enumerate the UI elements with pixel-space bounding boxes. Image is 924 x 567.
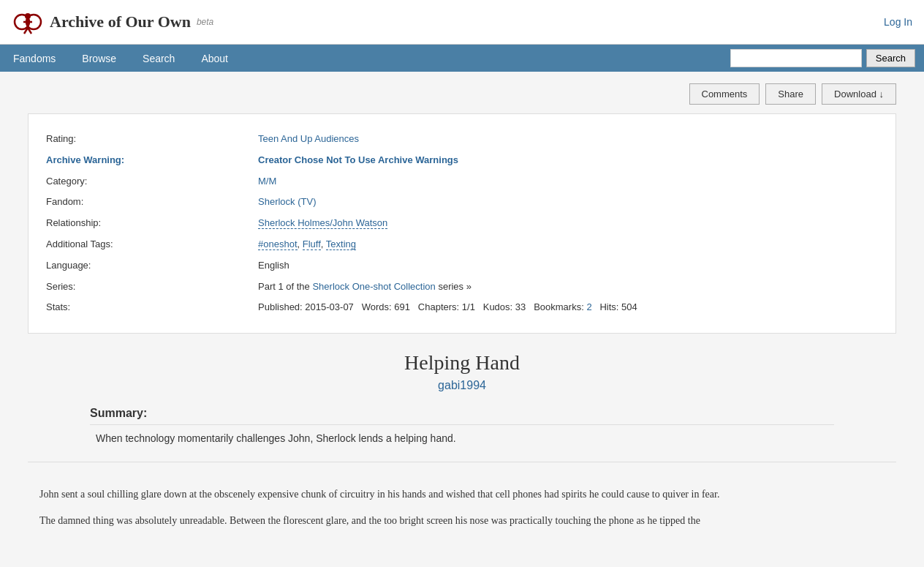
stats-label: Stats: (46, 300, 258, 315)
download-button[interactable]: Download ↓ (822, 83, 896, 105)
work-header: Helping Hand gabi1994 (28, 351, 896, 392)
chapters-label: Chapters: (418, 301, 459, 312)
published-label: Published: (258, 301, 303, 312)
warning-label: Archive Warning: (46, 153, 258, 168)
fandom-link[interactable]: Sherlock (TV) (258, 196, 316, 207)
category-value: M/M (258, 174, 878, 189)
warning-row: Archive Warning: Creator Chose Not To Us… (46, 150, 878, 171)
series-label: Series: (46, 279, 258, 295)
fandom-row: Fandom: Sherlock (TV) (46, 192, 878, 213)
chapters-value: 1/1 (462, 301, 475, 312)
warning-value-link[interactable]: Creator Chose Not To Use Archive Warning… (258, 154, 458, 165)
stats-value: Published: 2015-03-07 Words: 691 Chapter… (258, 300, 878, 315)
author-link[interactable]: gabi1994 (438, 379, 486, 391)
bookmarks-label: Bookmarks: (534, 301, 584, 312)
warning-label-link[interactable]: Archive Warning: (46, 154, 124, 165)
ao3-logo-icon (12, 6, 44, 38)
work-meta-box: Rating: Teen And Up Audiences Archive Wa… (28, 113, 896, 334)
tag-texting[interactable]: Texting (326, 239, 356, 250)
fandom-value: Sherlock (TV) (258, 195, 878, 210)
tags-label: Additional Tags: (46, 237, 258, 252)
nav-fandoms[interactable]: Fandoms (0, 45, 69, 72)
rating-row: Rating: Teen And Up Audiences (46, 129, 878, 150)
fandom-label: Fandom: (46, 195, 258, 210)
summary-text: When technology momentarily challenges J… (90, 432, 834, 444)
category-row: Category: M/M (46, 171, 878, 192)
navigation-bar: Fandoms Browse Search About Search (0, 45, 924, 72)
logo-area: Archive of Our Own beta (12, 6, 213, 38)
search-bar-area: Search (722, 45, 924, 72)
words-label: Words: (362, 301, 392, 312)
series-prefix: Part 1 of the (258, 281, 312, 292)
comments-button[interactable]: Comments (689, 83, 760, 105)
tag-oneshot[interactable]: #oneshot (258, 239, 298, 250)
rating-value: Teen And Up Audiences (258, 132, 878, 147)
login-link[interactable]: Log In (884, 16, 912, 28)
kudos-label: Kudos: (483, 301, 512, 312)
search-button[interactable]: Search (866, 49, 915, 67)
series-suffix: series » (436, 281, 472, 292)
story-paragraph-1: John sent a soul chilling glare down at … (39, 486, 885, 503)
summary-section: Summary: When technology momentarily cha… (78, 407, 846, 444)
main-content: Comments Share Download ↓ Rating: Teen A… (16, 72, 908, 562)
nav-browse[interactable]: Browse (69, 45, 129, 72)
words-value: 691 (394, 301, 410, 312)
stats-row: Stats: Published: 2015-03-07 Words: 691 … (46, 297, 878, 318)
svg-point-2 (25, 13, 31, 19)
warning-value: Creator Chose Not To Use Archive Warning… (258, 153, 878, 168)
summary-heading: Summary: (90, 407, 834, 425)
tag-fluff[interactable]: Fluff (303, 239, 321, 250)
nav-about[interactable]: About (188, 45, 241, 72)
category-label: Category: (46, 174, 258, 189)
story-paragraph-2: The damned thing was absolutely unreadab… (39, 512, 885, 530)
bookmarks-value-link[interactable]: 2 (586, 301, 591, 312)
published-value: 2015-03-07 (305, 301, 354, 312)
language-row: Language: English (46, 255, 878, 277)
work-title: Helping Hand (28, 351, 896, 375)
series-row: Series: Part 1 of the Sherlock One-shot … (46, 277, 878, 298)
category-link[interactable]: M/M (258, 176, 276, 187)
site-title: Archive of Our Own (50, 12, 191, 31)
rating-label: Rating: (46, 132, 258, 147)
search-input[interactable] (730, 49, 862, 67)
relationship-row: Relationship: Sherlock Holmes/John Watso… (46, 213, 878, 234)
share-button[interactable]: Share (765, 83, 816, 105)
language-value: English (258, 258, 878, 274)
hits-value: 504 (621, 301, 637, 312)
separator (28, 462, 896, 462)
site-header: Archive of Our Own beta Log In (0, 0, 924, 45)
series-value: Part 1 of the Sherlock One-shot Collecti… (258, 279, 878, 295)
relationship-link[interactable]: Sherlock Holmes/John Watson (258, 217, 387, 229)
work-author: gabi1994 (28, 379, 896, 392)
story-text: John sent a soul chilling glare down at … (28, 474, 896, 550)
beta-badge: beta (197, 17, 213, 27)
series-name-link[interactable]: Sherlock One-shot Collection (312, 281, 435, 292)
rating-link[interactable]: Teen And Up Audiences (258, 133, 359, 144)
action-buttons-row: Comments Share Download ↓ (28, 83, 896, 105)
relationship-label: Relationship: (46, 216, 258, 231)
tags-row: Additional Tags: #oneshot, Fluff, Textin… (46, 234, 878, 255)
hits-label: Hits: (599, 301, 618, 312)
nav-search[interactable]: Search (129, 45, 188, 72)
language-label: Language: (46, 258, 258, 274)
tags-value: #oneshot, Fluff, Texting (258, 237, 878, 252)
relationship-value: Sherlock Holmes/John Watson (258, 216, 878, 231)
kudos-value: 33 (515, 301, 526, 312)
